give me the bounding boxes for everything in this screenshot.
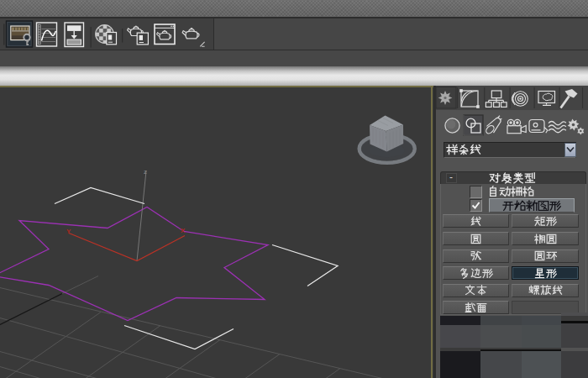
svg-text:Y: Y bbox=[66, 227, 71, 234]
svg-text:z: z bbox=[144, 167, 147, 175]
svg-text:X: X bbox=[181, 226, 186, 234]
